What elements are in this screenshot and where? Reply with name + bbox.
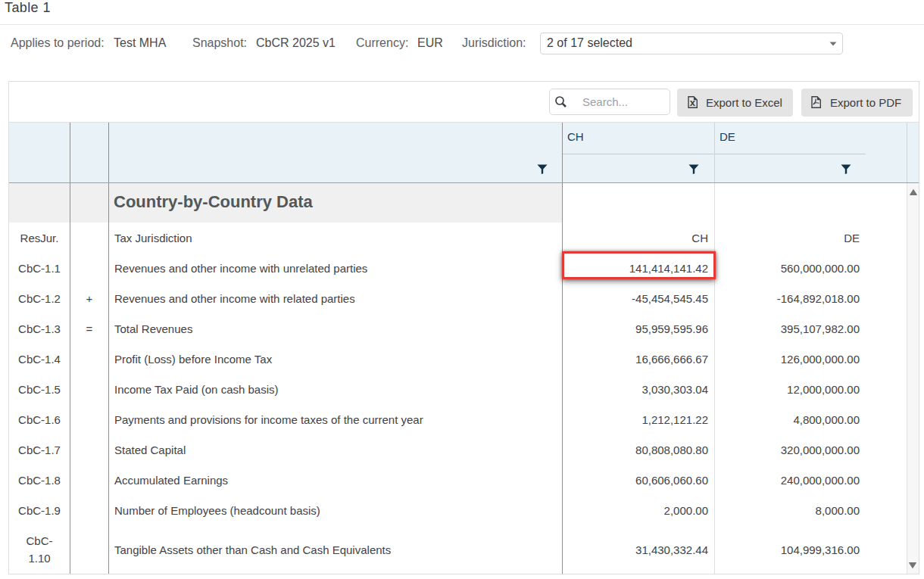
svg-text:x: x (689, 97, 695, 108)
